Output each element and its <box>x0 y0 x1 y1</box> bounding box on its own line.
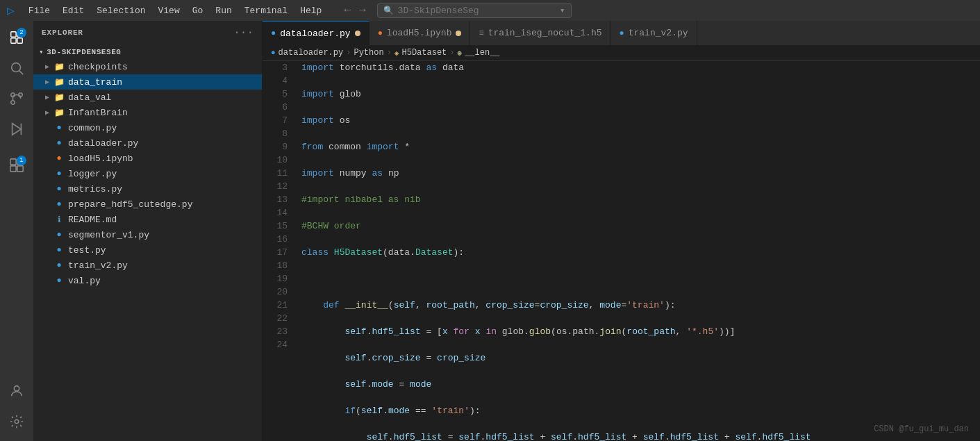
tab-label: dataloader.py <box>280 28 350 39</box>
menu-go[interactable]: Go <box>187 4 209 17</box>
sidebar-item-data-val[interactable]: ▶ 📁 data_val <box>33 90 262 105</box>
activity-search[interactable] <box>3 54 31 82</box>
tab-bar: ● dataloader.py ● loadH5.ipynb ≡ train_i… <box>263 21 980 45</box>
unsaved-dot <box>355 31 360 36</box>
sidebar-title: EXPLORER <box>42 28 83 37</box>
code-editor[interactable]: 3 4 5 6 7 8 9 10 11 12 13 14 15 16 17 18… <box>263 61 980 441</box>
code-content[interactable]: import torchutils.data as data import gl… <box>296 61 980 441</box>
nav-back-button[interactable]: ← <box>341 4 354 17</box>
svg-rect-13 <box>10 166 16 172</box>
root-folder[interactable]: ▾ 3D-SKIPDENSESEG <box>33 44 262 59</box>
root-folder-arrow-icon: ▾ <box>39 47 44 56</box>
explorer-badge: 2 <box>17 28 26 38</box>
py-tab-icon: ● <box>619 28 624 38</box>
sidebar-item-val-py[interactable]: ● val.py <box>33 273 262 288</box>
menu-edit[interactable]: Edit <box>57 4 90 17</box>
breadcrumb-sep: › <box>346 48 351 58</box>
py-file-icon: ● <box>53 276 65 285</box>
svg-point-4 <box>12 63 21 72</box>
menu-terminal[interactable]: Terminal <box>239 4 293 17</box>
sidebar-item-checkpoints[interactable]: ▶ 📁 checkpoints <box>33 59 262 74</box>
py-file-icon: ● <box>53 245 65 255</box>
sidebar-item-loadH5-ipynb[interactable]: ● loadH5.ipynb <box>33 151 262 166</box>
breadcrumb-func[interactable]: __len__ <box>465 48 499 58</box>
svg-point-15 <box>14 386 19 391</box>
sidebar-item-label: prepare_hdf5_cutedge.py <box>68 199 262 210</box>
py-tab-icon: ● <box>271 28 276 38</box>
py-file-icon: ● <box>53 123 65 133</box>
sidebar-header: EXPLORER ··· <box>33 21 262 44</box>
menu-view[interactable]: View <box>153 4 185 17</box>
py-file-icon: ● <box>53 199 65 209</box>
menu-selection[interactable]: Selection <box>91 4 151 17</box>
sidebar-item-metrics-py[interactable]: ● metrics.py <box>33 181 262 197</box>
breadcrumb: ● dataloader.py › Python › ◈ H5Dataset ›… <box>263 45 980 61</box>
sidebar-item-data-train[interactable]: ▶ 📁 data_train <box>33 74 262 90</box>
activity-extensions[interactable]: 1 <box>3 151 31 179</box>
sidebar-item-label: metrics.py <box>68 184 262 194</box>
activity-settings[interactable] <box>3 408 31 435</box>
menu-run[interactable]: Run <box>210 4 237 17</box>
folder-icon: 📁 <box>53 92 65 103</box>
sidebar-item-label: data_val <box>68 92 262 103</box>
sidebar-item-test-py[interactable]: ● test.py <box>33 242 262 258</box>
breadcrumb-file[interactable]: dataloader.py <box>279 48 344 58</box>
search-bar[interactable]: 🔍 ▾ <box>377 3 572 18</box>
py-file-icon: ● <box>53 260 65 270</box>
sidebar-item-segmentor-py[interactable]: ● segmentor_v1.py <box>33 227 262 242</box>
breadcrumb-cls-icon: ◈ <box>395 49 399 58</box>
breadcrumb-lang[interactable]: Python <box>354 48 383 58</box>
tab-label: train_iseg_nocut_1.h5 <box>488 28 602 38</box>
sidebar-item-infantbrain[interactable]: ▶ 📁 InfantBrain <box>33 105 262 120</box>
tab-label: train_v2.py <box>629 28 688 38</box>
sidebar-item-dataloader-py[interactable]: ● dataloader.py <box>33 135 262 151</box>
tab-train-iseg[interactable]: ≡ train_iseg_nocut_1.h5 <box>470 21 611 45</box>
watermark: CSDN @fu_gui_mu_dan <box>874 424 969 434</box>
breadcrumb-class[interactable]: H5Dataset <box>401 48 447 58</box>
activity-source-control[interactable] <box>3 85 31 113</box>
breadcrumb-sep: › <box>449 48 454 58</box>
tab-train-v2-py[interactable]: ● train_v2.py <box>611 21 697 45</box>
search-icon: 🔍 <box>383 6 394 16</box>
root-folder-label: 3D-SKIPDENSESEG <box>47 48 121 56</box>
menu-help[interactable]: Help <box>294 4 327 17</box>
tab-loadH5-ipynb[interactable]: ● loadH5.ipynb <box>369 21 471 45</box>
sidebar-item-label: train_v2.py <box>68 260 262 271</box>
nav-forward-button[interactable]: → <box>356 4 369 17</box>
svg-line-5 <box>19 71 23 74</box>
folder-arrow-icon: ▶ <box>42 108 53 117</box>
menu-file[interactable]: File <box>23 4 56 17</box>
sidebar-item-prepare-hdf5[interactable]: ● prepare_hdf5_cutedge.py <box>33 197 262 212</box>
activity-run[interactable] <box>3 115 31 143</box>
sidebar-item-label: dataloader.py <box>68 138 262 149</box>
titlebar: ▷ File Edit Selection View Go Run Termin… <box>0 0 980 21</box>
folder-arrow-icon: ▶ <box>42 78 53 86</box>
sidebar-item-readme-md[interactable]: ℹ README.md <box>33 212 262 227</box>
search-input[interactable] <box>398 6 537 16</box>
menu-bar: File Edit Selection View Go Run Terminal… <box>23 4 328 17</box>
sidebar: EXPLORER ··· ▾ 3D-SKIPDENSESEG ▶ 📁 check… <box>33 21 263 441</box>
svg-rect-0 <box>11 32 16 37</box>
sidebar-item-common-py[interactable]: ● common.py <box>33 120 262 135</box>
sidebar-item-label: common.py <box>68 123 262 133</box>
folder-icon: 📁 <box>53 108 65 118</box>
folder-icon: 📁 <box>53 77 65 88</box>
py-file-icon: ● <box>53 184 65 194</box>
sidebar-item-label: README.md <box>68 215 262 225</box>
sidebar-item-train-v2-py[interactable]: ● train_v2.py <box>33 258 262 273</box>
svg-rect-11 <box>10 159 16 165</box>
explorer-tree: ▶ 📁 checkpoints ▶ 📁 data_train ▶ 📁 data_… <box>33 59 262 441</box>
line-numbers: 3 4 5 6 7 8 9 10 11 12 13 14 15 16 17 18… <box>263 61 296 441</box>
extensions-badge: 1 <box>17 156 26 165</box>
sidebar-item-logger-py[interactable]: ● logger.py <box>33 166 262 181</box>
tab-dataloader-py[interactable]: ● dataloader.py <box>263 21 369 45</box>
folder-arrow-icon: ▶ <box>42 93 53 101</box>
activity-explorer[interactable]: 2 <box>3 24 31 51</box>
py-file-icon: ● <box>53 169 65 178</box>
dropdown-arrow-icon[interactable]: ▾ <box>560 5 565 16</box>
sidebar-item-label: checkpoints <box>68 62 262 72</box>
tab-label: loadH5.ipynb <box>387 28 452 38</box>
vscode-logo-icon: ▷ <box>7 3 15 18</box>
activity-accounts[interactable] <box>3 377 31 405</box>
sidebar-more-button[interactable]: ··· <box>233 26 254 39</box>
